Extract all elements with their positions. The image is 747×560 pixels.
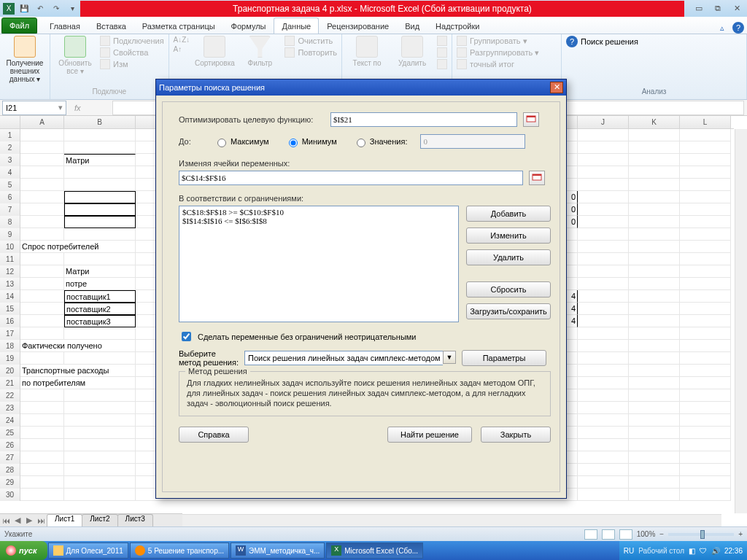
sort-button[interactable]: Сортировка: [194, 36, 235, 67]
qat-customize-icon[interactable]: ▾: [64, 2, 80, 15]
connections-icon: [100, 36, 110, 46]
view-pagebreak-button[interactable]: [619, 529, 632, 540]
tab-page-layout[interactable]: Разметка страницы: [134, 18, 223, 34]
language-indicator[interactable]: RU: [624, 547, 634, 555]
tab-addins[interactable]: Надстройки: [427, 18, 487, 34]
taskbar-item-0[interactable]: Для Олеси_2011: [48, 542, 128, 559]
tab-review[interactable]: Рецензирование: [319, 18, 397, 34]
sheet-nav-first[interactable]: ⏮: [0, 516, 12, 525]
tray-volume-icon[interactable]: 🔊: [711, 547, 720, 555]
properties-button[interactable]: Свойства: [100, 47, 164, 58]
view-layout-button[interactable]: [602, 529, 615, 540]
sheet-tab-3[interactable]: Лист3: [117, 514, 153, 526]
start-button[interactable]: пуск: [0, 541, 47, 560]
help-button[interactable]: Справка: [179, 427, 249, 443]
options-button[interactable]: Параметры: [462, 350, 546, 366]
taskbar-item-2[interactable]: WЭММ_методичка_ч...: [231, 542, 325, 559]
solve-button[interactable]: Найти решение: [387, 427, 472, 443]
dialog-titlebar[interactable]: Параметры поиска решения ✕: [156, 79, 566, 96]
taskbar-item-3[interactable]: XMicrosoft Excel (Сбо...: [326, 542, 423, 559]
tab-home[interactable]: Главная: [42, 18, 88, 34]
scrollbar-vertical[interactable]: [735, 129, 747, 513]
reapply-filter-button[interactable]: Повторить: [285, 47, 337, 58]
change-constraint-button[interactable]: Изменить: [466, 228, 551, 244]
col-B[interactable]: B: [64, 116, 136, 128]
minimize-button[interactable]: ▭: [692, 3, 706, 15]
system-tray[interactable]: RU Рабочий стол ◧ 🛡 🔊 22:36: [619, 541, 747, 560]
subtotal-button[interactable]: точный итог: [457, 59, 539, 69]
tab-view[interactable]: Вид: [397, 18, 427, 34]
objective-ref-button[interactable]: [523, 112, 539, 127]
cell-A20[interactable]: Транспортные расходы: [20, 365, 136, 377]
col-A[interactable]: A: [20, 116, 64, 128]
clock[interactable]: 22:36: [724, 547, 743, 555]
method-groupbox-title: Метод решения: [185, 367, 250, 376]
chevron-down-icon[interactable]: ▼: [443, 351, 456, 364]
changing-ref-button[interactable]: [529, 171, 545, 185]
refresh-all-button[interactable]: Обновить все ▾: [55, 36, 96, 75]
tray-icon[interactable]: ◧: [689, 547, 695, 555]
filter-button[interactable]: Фильтр: [239, 36, 280, 67]
qat-undo-icon[interactable]: ↶: [32, 2, 48, 15]
reset-all-button[interactable]: Сбросить: [466, 281, 551, 298]
taskbar-item-1[interactable]: 5 Решение транспор...: [130, 542, 229, 559]
subtotal-icon: [457, 59, 467, 69]
load-save-button[interactable]: Загрузить/сохранить: [466, 303, 551, 319]
dialog-close-button[interactable]: ✕: [550, 82, 563, 93]
restore-button[interactable]: ⧉: [711, 3, 725, 15]
text-to-columns-button[interactable]: Текст по: [347, 36, 387, 67]
ribbon-minimize-icon[interactable]: ▵: [715, 22, 729, 34]
cell-A18[interactable]: Фактически получено: [20, 340, 136, 352]
edit-links-button[interactable]: Изм: [100, 59, 164, 69]
zoom-out-button[interactable]: −: [659, 530, 664, 538]
sheet-tab-1[interactable]: Лист1: [47, 514, 82, 526]
dialog-title: Параметры поиска решения: [159, 83, 265, 92]
remove-duplicates-button[interactable]: Удалить: [392, 36, 433, 67]
solver-button[interactable]: ?Поиск решения: [566, 36, 638, 47]
tab-data[interactable]: Данные: [274, 18, 319, 34]
nonnegative-checkbox[interactable]: Сделать переменные без ограничений неотр…: [179, 330, 551, 343]
cell-A21[interactable]: по потребителям: [20, 377, 136, 389]
qat-redo-icon[interactable]: ↷: [48, 2, 64, 15]
scrollbar-horizontal[interactable]: [182, 514, 721, 526]
tab-formulas[interactable]: Формулы: [223, 18, 274, 34]
delete-constraint-button[interactable]: Удалить: [466, 249, 551, 265]
radio-value[interactable]: Значения:: [353, 136, 408, 147]
close-dialog-button[interactable]: Закрыть: [481, 427, 551, 443]
constraints-list[interactable]: $C$18:$F$18 >= $C$10:$F$10 $I$14:$I$16 <…: [179, 206, 459, 322]
method-select[interactable]: ▼: [244, 351, 456, 365]
connections-button[interactable]: Подключения: [100, 36, 164, 46]
sheet-nav-last[interactable]: ⏭: [35, 516, 47, 525]
tab-insert[interactable]: Вставка: [88, 18, 134, 34]
zoom-slider[interactable]: [668, 533, 734, 536]
sheet-nav-next[interactable]: ▶: [23, 516, 35, 525]
col-J[interactable]: J: [578, 116, 629, 128]
taskbar: пуск Для Олеси_2011 5 Решение транспор..…: [0, 541, 747, 560]
add-constraint-button[interactable]: Добавить: [466, 206, 551, 222]
view-normal-button[interactable]: [584, 529, 597, 540]
close-button[interactable]: ✕: [729, 3, 744, 15]
tab-file[interactable]: Файл: [1, 18, 37, 34]
ungroup-button[interactable]: Разгруппировать ▾: [457, 47, 539, 58]
group-button[interactable]: Группировать ▾: [457, 36, 539, 46]
constraints-label: В соответствии с ограничениями:: [179, 194, 551, 203]
zoom-in-button[interactable]: +: [738, 530, 743, 538]
radio-min[interactable]: Минимум: [285, 136, 337, 147]
sheet-nav-prev[interactable]: ◀: [12, 516, 23, 525]
name-box[interactable]: I21▾: [2, 101, 66, 115]
qat-save-icon[interactable]: 💾: [16, 2, 32, 15]
col-L[interactable]: L: [680, 116, 731, 128]
get-external-data-button[interactable]: Получение внешних данных ▾: [4, 36, 45, 83]
tray-icon[interactable]: 🛡: [700, 547, 707, 555]
objective-input[interactable]: [330, 112, 517, 127]
method-description: Для гладких нелинейных задач используйте…: [187, 378, 543, 408]
cell-A10[interactable]: Спрос потребителей: [20, 241, 136, 253]
col-K[interactable]: K: [629, 116, 680, 128]
select-all-corner[interactable]: [0, 116, 20, 128]
sheet-tab-2[interactable]: Лист2: [82, 514, 117, 526]
radio-max[interactable]: Максимум: [214, 136, 269, 147]
clear-filter-button[interactable]: Очистить: [285, 36, 337, 46]
changing-input[interactable]: [179, 171, 523, 185]
refresh-icon: [64, 36, 86, 58]
help-icon[interactable]: ?: [732, 22, 744, 34]
